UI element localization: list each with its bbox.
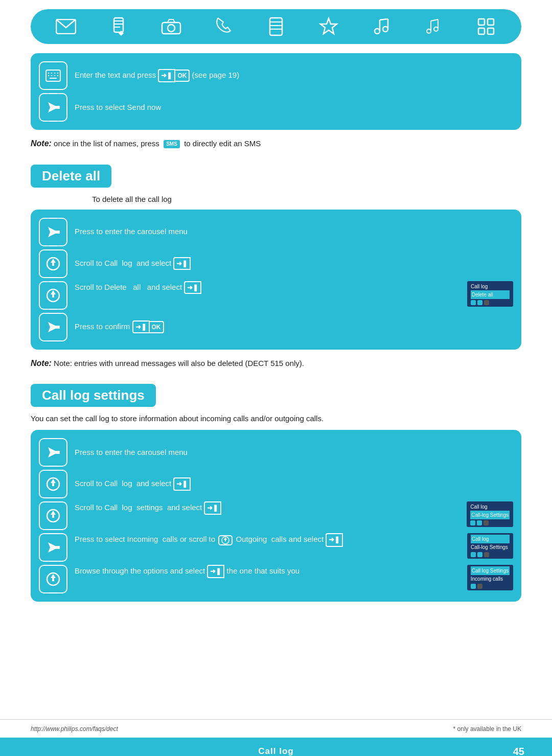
footer: Call log 45 <box>0 738 552 756</box>
svg-marker-45 <box>51 290 56 294</box>
screen-thumb-settings-2: Call log Call-log Settings <box>467 533 513 559</box>
arrow-icon-box-1 <box>39 93 67 122</box>
screen-s2-l2: Call-log Settings <box>471 543 510 551</box>
settings-thumb-3: Call log Settings Incoming calls <box>462 565 513 590</box>
screen-s3-l2: Incoming calls <box>471 575 510 583</box>
step-enter-text: Enter the text and press ➜❚OK (see page … <box>39 61 513 90</box>
camera-icon <box>157 13 185 40</box>
svg-rect-38 <box>56 106 60 109</box>
svg-marker-12 <box>320 18 337 34</box>
step-send-now: Press to select Send now <box>39 93 513 122</box>
dot-s2-2 <box>477 552 482 557</box>
arrow-p2: ➜❚ <box>173 257 191 270</box>
screen-s2-l1: Call log <box>471 535 510 543</box>
ok-part: OK <box>175 70 190 82</box>
arrow-settings-5: ➜❚ <box>207 565 224 578</box>
arrow-select-3: ➜❚ <box>184 281 201 294</box>
dot-s1-2 <box>477 520 482 525</box>
screen-s2-dots <box>471 552 510 557</box>
dot-s1-1 <box>470 520 475 525</box>
settings-step-4: Press to select Incoming calls or scroll… <box>39 533 513 562</box>
arrow-s2: ➜❚ <box>173 477 191 491</box>
svg-rect-53 <box>52 483 54 486</box>
svg-rect-46 <box>52 294 54 297</box>
svg-rect-40 <box>56 231 60 234</box>
sub-footer: http://www.philips.com/faqs/dect * only … <box>0 719 552 738</box>
sms-inline-icon: SMS <box>163 139 181 149</box>
dot-3 <box>484 300 489 305</box>
delete-step-1-text: Press to enter the carousel menu <box>75 226 513 238</box>
settings-step-5-text: Browse through the options and select ➜❚… <box>75 565 457 578</box>
content-area: Enter the text and press ➜❚OK (see page … <box>0 53 552 602</box>
screen-thumb-delete: Call log Delete all <box>467 281 513 307</box>
page: Enter the text and press ➜❚OK (see page … <box>0 9 552 756</box>
arrow-part: ➜❚ <box>158 69 175 82</box>
footer-availability-note: * only available in the UK <box>453 725 521 732</box>
star-icon <box>315 13 342 40</box>
arrow-settings-2: ➜❚ <box>173 477 191 491</box>
settings-step-5: Browse through the options and select ➜❚… <box>39 565 513 593</box>
settings-step-3-text: Scroll to Call log settings and select ➜… <box>75 501 456 515</box>
svg-rect-8 <box>270 18 282 35</box>
arrow-confirm: ➜❚ <box>132 320 150 334</box>
note-1: Note: once in the list of names, press S… <box>31 137 521 150</box>
step-send-now-label: Press to select Send now <box>75 102 513 113</box>
delete-step-3-text: Scroll to Delete all and select ➜❚ <box>75 281 457 294</box>
svg-marker-63 <box>51 574 56 578</box>
envelope-icon <box>52 13 80 40</box>
note-1-bold: Note: <box>31 139 52 148</box>
keyboard-icon-box <box>39 61 67 90</box>
arrow-settings-3: ➜❚ <box>204 501 221 515</box>
arrow-p3: ➜❚ <box>184 281 201 294</box>
music-icon <box>367 13 395 40</box>
settings-step-2: Scroll to Call log and select ➜❚ <box>39 470 513 498</box>
arrow-settings-4: ➜❚ <box>326 533 343 547</box>
scroll-icon-settings-3 <box>39 501 67 530</box>
settings-step-3: Scroll to Call log settings and select ➜… <box>39 501 513 530</box>
dot-s2-3 <box>484 552 489 557</box>
dot-s1-3 <box>484 520 489 525</box>
dot-s3-1 <box>471 584 476 589</box>
delete-step-4: Press to confirm ➜❚OK <box>39 313 513 341</box>
scroll-icon-delete-2 <box>39 249 67 278</box>
screen-s1-l1: Call log <box>470 503 510 511</box>
screen-s3-dots <box>471 584 510 589</box>
arrow-ok-inline: ➜❚OK <box>158 69 190 82</box>
note-2-bold: Note: <box>31 359 52 368</box>
svg-point-14 <box>383 27 388 32</box>
note-2: Note: Note: entries with unread messages… <box>31 357 521 370</box>
scroll-inline-icon <box>218 535 233 545</box>
top-icon-bar <box>31 9 521 44</box>
dot-1 <box>471 300 476 305</box>
settings-thumb-1: Call log Call-log Settings <box>462 501 513 527</box>
delete-step-2-text: Scroll to Call log and select ➜❚ <box>75 257 513 270</box>
svg-rect-61 <box>225 539 226 541</box>
svg-rect-24 <box>488 19 494 25</box>
delete-step-4-text: Press to confirm ➜❚OK <box>75 320 513 334</box>
dot-2 <box>477 300 482 305</box>
svg-marker-55 <box>51 511 56 515</box>
delete-step-2: Scroll to Call log and select ➜❚ <box>39 249 513 278</box>
delete-step-3: Scroll to Delete all and select ➜❚ Call … <box>39 281 513 310</box>
svg-rect-48 <box>56 326 60 329</box>
svg-point-7 <box>168 25 175 32</box>
arrow-icon-settings-1 <box>39 438 67 467</box>
svg-rect-64 <box>52 578 54 581</box>
dot-s3-2 <box>477 584 482 589</box>
footer-label: Call log <box>258 746 293 756</box>
svg-point-19 <box>434 27 438 31</box>
dot-s2-1 <box>471 552 476 557</box>
arrow-s4: ➜❚ <box>326 533 343 547</box>
svg-marker-42 <box>51 259 56 263</box>
screen-thumb-settings-3: Call log Settings Incoming calls <box>467 565 513 590</box>
settings-step-2-text: Scroll to Call log and select ➜❚ <box>75 477 513 491</box>
and-select-text: and select <box>289 535 324 544</box>
settings-steps: Press to enter the carousel menu Scroll … <box>31 430 521 602</box>
settings-description: You can set the call log to store inform… <box>31 414 521 423</box>
apps-icon <box>472 13 500 40</box>
scroll-icon-settings-5 <box>39 565 67 593</box>
screen-s1-l2: Call-log Settings <box>470 511 510 519</box>
sms-steps-block: Enter the text and press ➜❚OK (see page … <box>31 53 521 130</box>
contacts-icon <box>262 13 290 40</box>
scroll-icon-delete-3 <box>39 281 67 310</box>
